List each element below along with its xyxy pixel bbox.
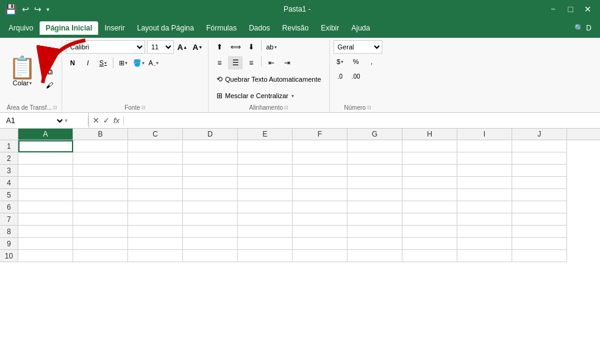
decrease-font-button[interactable]: A▼ (191, 40, 204, 54)
cell-F1[interactable] (293, 140, 348, 152)
cell-C10[interactable] (128, 250, 183, 262)
cell-H3[interactable] (402, 165, 457, 177)
minimize-icon[interactable]: － (545, 4, 561, 15)
cell-I1[interactable] (457, 140, 512, 152)
cell-A6[interactable] (18, 201, 73, 213)
cell-D2[interactable] (183, 152, 238, 165)
bold-button[interactable]: N (66, 56, 79, 70)
confirm-formula-button[interactable]: ✓ (103, 116, 110, 125)
font-expand-icon[interactable]: ⊡ (141, 105, 146, 110)
col-header-B[interactable]: B (73, 129, 128, 140)
cell-C3[interactable] (128, 165, 183, 177)
cell-E5[interactable] (238, 189, 293, 201)
merge-center-button[interactable]: ⊞ Mesclar e Centralizar ▾ (212, 88, 326, 103)
cell-C6[interactable] (128, 201, 183, 213)
cell-F10[interactable] (293, 250, 348, 262)
menu-revisao[interactable]: Revisão (276, 21, 315, 35)
wrap-text-button[interactable]: ⟲ Quebrar Texto Automaticamente (212, 72, 326, 87)
cell-G4[interactable] (348, 177, 402, 189)
cell-B1[interactable] (73, 140, 128, 152)
cell-I3[interactable] (457, 165, 512, 177)
cell-B7[interactable] (73, 213, 128, 226)
align-center-button[interactable]: ☰ (228, 56, 243, 70)
cell-H4[interactable] (402, 177, 457, 189)
cell-H5[interactable] (402, 189, 457, 201)
clipboard-expand-icon[interactable]: ⊡ (53, 105, 57, 110)
cell-J3[interactable] (512, 165, 567, 177)
borders-button[interactable]: ⊞▾ (116, 56, 130, 70)
cell-J8[interactable] (512, 226, 567, 238)
cell-H6[interactable] (402, 201, 457, 213)
cell-G8[interactable] (348, 226, 402, 238)
col-header-J[interactable]: J (512, 129, 567, 140)
cell-D7[interactable] (183, 213, 238, 226)
cell-E10[interactable] (238, 250, 293, 262)
cell-B3[interactable] (73, 165, 128, 177)
align-middle-button[interactable]: ⟺ (228, 40, 243, 54)
menu-dados[interactable]: Dados (243, 21, 276, 35)
cell-A5[interactable] (18, 189, 73, 201)
cell-H9[interactable] (402, 238, 457, 250)
cell-D1[interactable] (183, 140, 238, 152)
font-size-select[interactable]: 11 8 9 10 12 14 16 (147, 40, 174, 54)
undo-icon[interactable]: ↩ (22, 4, 29, 14)
row-header-6[interactable]: 6 (0, 201, 18, 213)
menu-search[interactable]: 🔍D (568, 21, 598, 35)
decrease-decimal-button[interactable]: .00 (349, 70, 363, 83)
cell-B9[interactable] (73, 238, 128, 250)
cell-I4[interactable] (457, 177, 512, 189)
cell-D3[interactable] (183, 165, 238, 177)
row-header-4[interactable]: 4 (0, 177, 18, 189)
font-color-button[interactable]: A_▾ (147, 56, 160, 70)
cell-G5[interactable] (348, 189, 402, 201)
cell-D8[interactable] (183, 226, 238, 238)
cell-G10[interactable] (348, 250, 402, 262)
cell-D5[interactable] (183, 189, 238, 201)
align-left-button[interactable]: ≡ (212, 56, 227, 70)
cell-C5[interactable] (128, 189, 183, 201)
fill-color-button[interactable]: 🪣▾ (132, 56, 145, 70)
cell-F2[interactable] (293, 152, 348, 165)
formula-input[interactable] (124, 116, 600, 125)
cell-J1[interactable] (512, 140, 567, 152)
redo-icon[interactable]: ↪ (34, 4, 41, 14)
cell-A1[interactable] (18, 140, 73, 152)
col-header-E[interactable]: E (238, 129, 293, 140)
cell-G6[interactable] (348, 201, 402, 213)
row-header-9[interactable]: 9 (0, 238, 18, 250)
cell-A7[interactable] (18, 213, 73, 226)
cell-A10[interactable] (18, 250, 73, 262)
row-header-5[interactable]: 5 (0, 189, 18, 201)
cell-F8[interactable] (293, 226, 348, 238)
cell-B8[interactable] (73, 226, 128, 238)
cell-E3[interactable] (238, 165, 293, 177)
maximize-icon[interactable]: □ (565, 4, 577, 14)
cell-G1[interactable] (348, 140, 402, 152)
cell-G7[interactable] (348, 213, 402, 226)
cell-B4[interactable] (73, 177, 128, 189)
cell-A4[interactable] (18, 177, 73, 189)
cell-B10[interactable] (73, 250, 128, 262)
cell-A8[interactable] (18, 226, 73, 238)
cell-I5[interactable] (457, 189, 512, 201)
cell-F4[interactable] (293, 177, 348, 189)
format-painter-button[interactable]: 🖌 (41, 79, 58, 91)
cell-I9[interactable] (457, 238, 512, 250)
cell-B6[interactable] (73, 201, 128, 213)
cell-H2[interactable] (402, 152, 457, 165)
cell-J7[interactable] (512, 213, 567, 226)
cell-E7[interactable] (238, 213, 293, 226)
percent-button[interactable]: % (349, 55, 363, 68)
cell-H10[interactable] (402, 250, 457, 262)
menu-arquivo[interactable]: Arquivo (2, 21, 40, 35)
cell-F3[interactable] (293, 165, 348, 177)
row-header-10[interactable]: 10 (0, 250, 18, 262)
cell-I2[interactable] (457, 152, 512, 165)
number-expand-icon[interactable]: ⊡ (367, 105, 371, 110)
cell-C1[interactable] (128, 140, 183, 152)
cell-I7[interactable] (457, 213, 512, 226)
cell-C8[interactable] (128, 226, 183, 238)
menu-pagina-inicial[interactable]: Página Inicial (40, 21, 99, 35)
increase-font-button[interactable]: A▲ (176, 40, 189, 54)
row-header-1[interactable]: 1 (0, 140, 18, 152)
